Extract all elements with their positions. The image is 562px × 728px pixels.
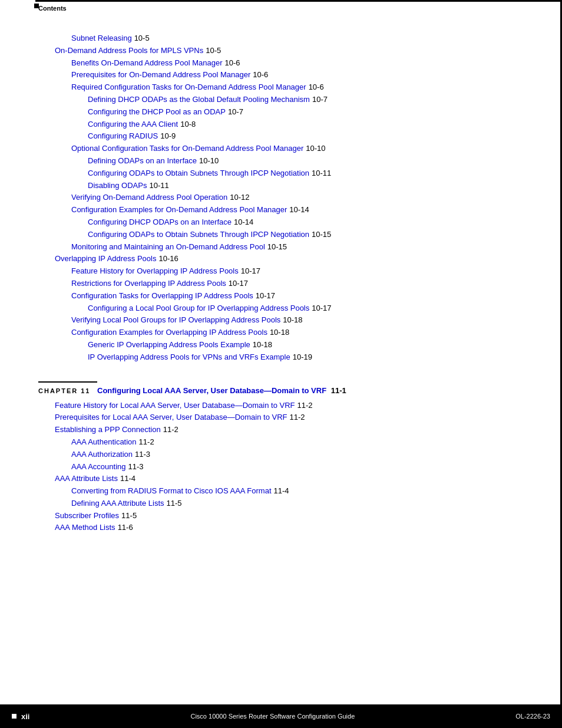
toc-page-num: 10-18 xyxy=(283,314,302,327)
toc-link[interactable]: Verifying Local Pool Groups for IP Overl… xyxy=(71,314,280,327)
toc-link[interactable]: Defining AAA Attribute Lists xyxy=(71,498,164,510)
toc-entry: Verifying Local Pool Groups for IP Overl… xyxy=(38,314,524,327)
toc-entry: Subnet Releasing 10-5 xyxy=(38,32,524,45)
toc-link[interactable]: Overlapping IP Address Pools xyxy=(55,253,156,265)
toc-entry: Feature History for Overlapping IP Addre… xyxy=(38,265,524,278)
toc-link[interactable]: Required Configuration Tasks for On-Dema… xyxy=(71,81,306,94)
toc-link[interactable]: Disabling ODAPs xyxy=(88,180,147,192)
toc-entry: Configuring RADIUS 10-9 xyxy=(38,130,524,143)
toc-entry: IP Overlapping Address Pools for VPNs an… xyxy=(38,351,524,364)
toc-link[interactable]: Optional Configuration Tasks for On-Dema… xyxy=(71,143,303,155)
toc-entry: Configuring ODAPs to Obtain Subnets Thro… xyxy=(38,167,524,180)
toc-link[interactable]: Configuration Examples for Overlapping I… xyxy=(71,327,267,339)
toc-entry: Feature History for Local AAA Server, Us… xyxy=(38,400,524,412)
toc-link[interactable]: AAA Authentication xyxy=(71,436,137,449)
toc-link[interactable]: Configuring the AAA Client xyxy=(88,118,178,131)
toc-link[interactable]: Configuration Examples for On-Demand Add… xyxy=(71,204,287,216)
toc-entry: Disabling ODAPs 10-11 xyxy=(38,180,524,192)
toc-page-num: 10-16 xyxy=(158,253,178,265)
toc-page-num: 10-5 xyxy=(134,32,150,45)
toc-entry: Generic IP Overlapping Address Pools Exa… xyxy=(38,339,524,351)
toc-link[interactable]: Generic IP Overlapping Address Pools Exa… xyxy=(88,339,250,351)
toc-link[interactable]: Restrictions for Overlapping IP Address … xyxy=(71,278,226,290)
toc-link[interactable]: Configuring ODAPs to Obtain Subnets Thro… xyxy=(88,167,309,180)
footer-title: Cisco 10000 Series Router Software Confi… xyxy=(190,713,355,720)
toc-entry: Configuration Examples for Overlapping I… xyxy=(38,327,524,339)
chapter-header: CHAPTER 11 Configuring Local AAA Server,… xyxy=(38,386,524,395)
toc-entry: Prerequisites for Local AAA Server, User… xyxy=(38,411,524,424)
toc-link[interactable]: Converting from RADIUS Format to Cisco I… xyxy=(71,485,272,498)
toc-page-num: 10-12 xyxy=(230,192,249,204)
toc-entry: Defining DHCP ODAPs as the Global Defaul… xyxy=(38,94,524,106)
toc-entry: Configuring DHCP ODAPs on an Interface 1… xyxy=(38,216,524,229)
toc-page-num: 10-8 xyxy=(180,118,196,131)
toc-page-num: 11-2 xyxy=(290,411,305,424)
toc-link[interactable]: AAA Attribute Lists xyxy=(55,473,118,485)
toc-page-num: 10-15 xyxy=(267,241,287,253)
toc-link[interactable]: Verifying On-Demand Address Pool Operati… xyxy=(71,192,227,204)
toc-page-num: 11-2 xyxy=(163,424,178,436)
toc-page-num: 10-14 xyxy=(234,216,253,229)
toc-page-num: 10-11 xyxy=(312,167,331,180)
toc-link[interactable]: Prerequisites for Local AAA Server, User… xyxy=(55,411,287,424)
toc-entry: Defining AAA Attribute Lists 11-5 xyxy=(38,498,524,510)
toc-link[interactable]: AAA Authorization xyxy=(71,449,133,461)
toc-entry: AAA Authentication 11-2 xyxy=(38,436,524,449)
toc-page-num: 10-17 xyxy=(229,278,248,290)
toc-link[interactable]: Configuring DHCP ODAPs on an Interface xyxy=(88,216,232,229)
toc-link[interactable]: AAA Accounting xyxy=(71,461,126,473)
toc-link[interactable]: Configuring the DHCP Pool as an ODAP xyxy=(88,106,226,118)
toc-entry: Subscriber Profiles 11-5 xyxy=(38,510,524,522)
toc-page-num: 11-4 xyxy=(274,485,289,498)
toc-page-num: 10-17 xyxy=(256,290,275,302)
toc-entry: Configuring ODAPs to Obtain Subnets Thro… xyxy=(38,229,524,241)
top-border xyxy=(35,0,562,2)
toc-page-num: 10-11 xyxy=(149,180,168,192)
toc-page-num: 10-18 xyxy=(253,339,272,351)
toc-entry: Overlapping IP Address Pools 10-16 xyxy=(38,253,524,265)
toc-entry: Establishing a PPP Connection 11-2 xyxy=(38,424,524,436)
chapter11-container: Feature History for Local AAA Server, Us… xyxy=(38,400,524,535)
chapter-title[interactable]: Configuring Local AAA Server, User Datab… xyxy=(97,386,346,395)
toc-link[interactable]: Monitoring and Maintaining an On-Demand … xyxy=(71,241,265,253)
toc-page-num: 11-2 xyxy=(139,436,154,449)
toc-link[interactable]: Feature History for Overlapping IP Addre… xyxy=(71,265,239,278)
toc-link[interactable]: Configuring ODAPs to Obtain Subnets Thro… xyxy=(88,229,309,241)
toc-link[interactable]: Configuration Tasks for Overlapping IP A… xyxy=(71,290,253,302)
toc-link[interactable]: Configuring RADIUS xyxy=(88,130,158,143)
toc-link[interactable]: Subnet Releasing xyxy=(71,32,132,45)
main-content: Subnet Releasing 10-5On-Demand Address P… xyxy=(0,0,562,581)
toc-link[interactable]: Defining DHCP ODAPs as the Global Defaul… xyxy=(88,94,310,106)
toc-link[interactable]: Defining ODAPs on an Interface xyxy=(88,155,197,167)
toc-link[interactable]: Benefits On-Demand Address Pool Manager xyxy=(71,57,223,70)
toc-page-num: 10-19 xyxy=(293,351,312,364)
contents-label: Contents xyxy=(38,5,67,12)
toc-link[interactable]: IP Overlapping Address Pools for VPNs an… xyxy=(88,351,290,364)
toc-page-num: 10-5 xyxy=(206,45,221,57)
toc-entry: Verifying On-Demand Address Pool Operati… xyxy=(38,192,524,204)
toc-link[interactable]: Establishing a PPP Connection xyxy=(55,424,161,436)
toc-entry: Converting from RADIUS Format to Cisco I… xyxy=(38,485,524,498)
toc-entry: Configuration Examples for On-Demand Add… xyxy=(38,204,524,216)
toc-link[interactable]: Prerequisites for On-Demand Address Pool… xyxy=(71,69,250,81)
chapter-divider xyxy=(38,381,97,383)
toc-page-num: 11-5 xyxy=(121,510,137,522)
toc-link[interactable]: Feature History for Local AAA Server, Us… xyxy=(55,400,295,412)
toc-entry: AAA Method Lists 11-6 xyxy=(38,522,524,534)
toc-link[interactable]: AAA Method Lists xyxy=(55,522,115,534)
toc-page-num: 11-4 xyxy=(120,473,135,485)
toc-entry: Configuring a Local Pool Group for IP Ov… xyxy=(38,302,524,315)
toc-page-num: 10-7 xyxy=(228,106,243,118)
toc-page-num: 11-5 xyxy=(167,498,182,510)
toc-entry: Prerequisites for On-Demand Address Pool… xyxy=(38,69,524,81)
toc-page-num: 10-9 xyxy=(160,130,176,143)
chapter-page-num: 11-1 xyxy=(331,386,346,395)
toc-entry: Monitoring and Maintaining an On-Demand … xyxy=(38,241,524,253)
footer-page-num: xii xyxy=(21,712,29,721)
toc-link[interactable]: Configuring a Local Pool Group for IP Ov… xyxy=(88,302,309,315)
toc-page-num: 10-10 xyxy=(306,143,325,155)
toc-page-num: 10-18 xyxy=(270,327,289,339)
toc-link[interactable]: Subscriber Profiles xyxy=(55,510,119,522)
toc-link[interactable]: On-Demand Address Pools for MPLS VPNs xyxy=(55,45,203,57)
toc-page-num: 10-14 xyxy=(289,204,309,216)
